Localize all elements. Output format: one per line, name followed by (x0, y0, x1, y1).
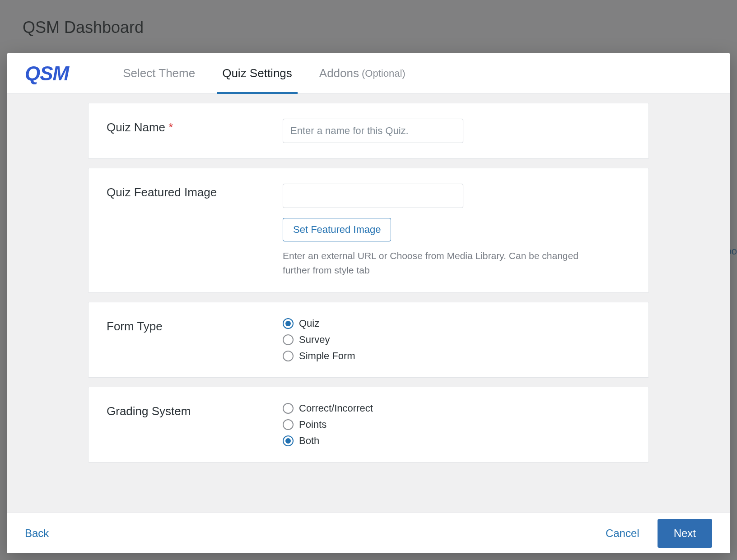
grading-system-options: Correct/Incorrect Points Both (283, 403, 630, 447)
radio-label: Correct/Incorrect (299, 403, 373, 414)
radio-icon (283, 435, 294, 446)
radio-label: Points (299, 419, 327, 430)
tab-optional-label: (Optional) (362, 68, 406, 79)
grading-option-both[interactable]: Both (283, 435, 630, 447)
set-featured-image-button[interactable]: Set Featured Image (283, 218, 391, 241)
qsm-logo: QSM (25, 62, 69, 85)
quiz-name-field (283, 119, 630, 143)
radio-icon (283, 334, 294, 345)
next-button[interactable]: Next (658, 519, 712, 548)
radio-icon (283, 351, 294, 361)
tab-label: Select Theme (123, 66, 195, 80)
featured-image-hint: Enter an external URL or Choose from Med… (283, 249, 599, 277)
radio-label: Simple Form (299, 350, 355, 362)
quiz-name-label: Quiz Name * (107, 119, 283, 134)
modal-overlay: QSM Select Theme Quiz Settings Addons (O… (0, 0, 737, 560)
form-type-options: Quiz Survey Simple Form (283, 318, 630, 362)
tab-label: Addons (319, 66, 359, 80)
tab-addons[interactable]: Addons (Optional) (319, 53, 406, 93)
quiz-wizard-modal: QSM Select Theme Quiz Settings Addons (O… (7, 53, 730, 553)
panel-featured-image: Quiz Featured Image Set Featured Image E… (88, 168, 649, 293)
form-type-option-simple-form[interactable]: Simple Form (283, 350, 630, 362)
wizard-tabs: Select Theme Quiz Settings Addons (Optio… (123, 53, 405, 93)
featured-image-input[interactable] (283, 184, 463, 208)
radio-icon (283, 419, 294, 430)
grading-option-correct-incorrect[interactable]: Correct/Incorrect (283, 403, 630, 414)
featured-image-field: Set Featured Image Enter an external URL… (283, 184, 630, 277)
modal-header: QSM Select Theme Quiz Settings Addons (O… (7, 53, 730, 94)
radio-icon (283, 403, 294, 414)
required-indicator: * (168, 120, 173, 134)
tab-select-theme[interactable]: Select Theme (123, 53, 195, 93)
modal-body[interactable]: Quiz Name * Quiz Featured Image Set Feat… (7, 94, 730, 513)
form-type-option-survey[interactable]: Survey (283, 334, 630, 346)
radio-label: Survey (299, 334, 330, 346)
form-type-label: Form Type (107, 318, 283, 333)
grading-option-points[interactable]: Points (283, 419, 630, 430)
panel-quiz-name: Quiz Name * (88, 103, 649, 159)
panel-form-type: Form Type Quiz Survey Simple Form (88, 302, 649, 378)
field-label-text: Quiz Name (107, 120, 165, 134)
quiz-name-input[interactable] (283, 119, 463, 143)
back-button[interactable]: Back (25, 527, 49, 540)
panel-grading-system: Grading System Correct/Incorrect Points … (88, 387, 649, 463)
featured-image-label: Quiz Featured Image (107, 184, 283, 199)
radio-label: Both (299, 435, 319, 447)
tab-quiz-settings[interactable]: Quiz Settings (222, 53, 292, 93)
tab-label: Quiz Settings (222, 66, 292, 80)
form-type-option-quiz[interactable]: Quiz (283, 318, 630, 329)
grading-system-label: Grading System (107, 403, 283, 418)
modal-footer: Back Cancel Next (7, 513, 730, 553)
cancel-button[interactable]: Cancel (606, 527, 639, 540)
radio-label: Quiz (299, 318, 319, 329)
radio-icon (283, 318, 294, 329)
